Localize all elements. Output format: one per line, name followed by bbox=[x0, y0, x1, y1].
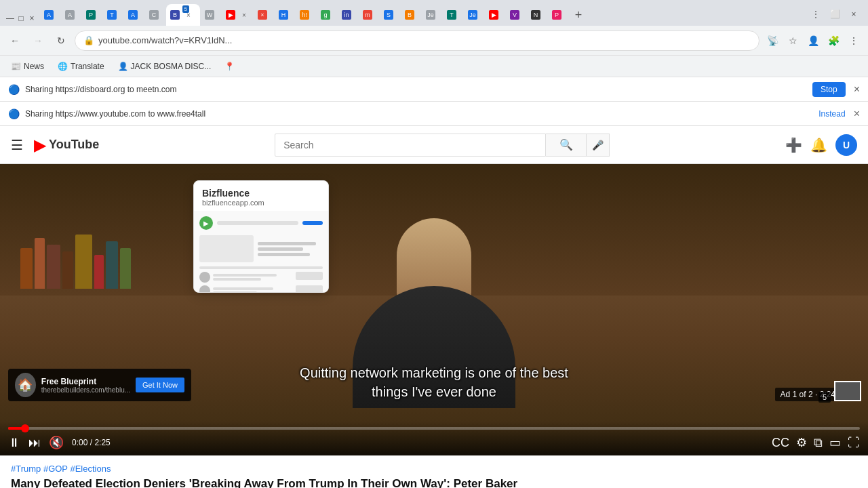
notification-bar-1: 🔵 Sharing https://disboard.org to meetn.… bbox=[0, 77, 868, 102]
fullscreen-button[interactable]: ⛶ bbox=[848, 436, 860, 450]
yt-create-button[interactable]: ➕ bbox=[785, 137, 802, 153]
forward-button[interactable]: → bbox=[28, 31, 47, 50]
theater-button[interactable]: ▭ bbox=[829, 435, 841, 450]
tab-4[interactable]: T bbox=[103, 4, 123, 26]
bookmarks-bar: 📰 News 🌐 Translate 👤 JACK BOSMA DISC... … bbox=[0, 56, 868, 77]
ad-get-it-now-button[interactable]: Get It Now bbox=[136, 378, 184, 392]
bookmark-jack-bosma[interactable]: 👤 JACK BOSMA DISC... bbox=[113, 60, 217, 73]
notif-icon-2: 🔵 bbox=[8, 108, 20, 119]
tab-counter-badge: 5 bbox=[818, 392, 831, 403]
notif-dismiss-2[interactable]: × bbox=[854, 108, 860, 120]
jack-icon: 👤 bbox=[118, 62, 128, 71]
yt-menu-button[interactable]: ☰ bbox=[11, 137, 23, 153]
person-silhouette bbox=[346, 218, 522, 394]
restore-button[interactable]: ⬜ bbox=[826, 5, 844, 23]
menu-button[interactable]: ⋮ bbox=[845, 32, 863, 49]
tab-24[interactable]: P bbox=[548, 4, 568, 26]
bookmark-location[interactable]: 📍 bbox=[219, 60, 240, 73]
tab-11[interactable]: H bbox=[275, 4, 295, 26]
window-close-button[interactable]: × bbox=[845, 5, 863, 23]
ctrl-right: CC ⚙ ⧉ ▭ ⛶ bbox=[772, 435, 860, 450]
ad-overlay: 🏠 Free Blueprint therebelbuilders.com/th… bbox=[8, 369, 191, 401]
yt-search-input[interactable] bbox=[275, 134, 546, 157]
ad-counter: Ad 1 of 2 · 2:24 bbox=[775, 388, 841, 401]
yt-search-button[interactable]: 🔍 bbox=[546, 134, 587, 157]
current-time: 0:00 bbox=[72, 438, 87, 447]
notif-text-2: Sharing https://www.youtube.com to www.f… bbox=[25, 109, 813, 119]
tab-12[interactable]: h! bbox=[296, 4, 316, 26]
yt-avatar[interactable]: U bbox=[835, 134, 857, 156]
profile-button[interactable]: 👤 bbox=[804, 32, 822, 49]
back-button[interactable]: ← bbox=[5, 31, 24, 50]
url-bar[interactable]: 🔒 youtube.com/watch?v=KRV1ldN... bbox=[75, 30, 760, 51]
tab-controls: ⋮ ⬜ × bbox=[807, 5, 863, 23]
bookmark-translate-label: Translate bbox=[71, 62, 104, 71]
tab-23[interactable]: N bbox=[527, 4, 547, 26]
tab-10[interactable]: × bbox=[254, 4, 274, 26]
notification-bar-2: 🔵 Sharing https://www.youtube.com to www… bbox=[0, 102, 868, 126]
close-button[interactable]: × bbox=[27, 14, 37, 23]
tab-15[interactable]: m bbox=[359, 4, 379, 26]
location-icon: 📍 bbox=[224, 62, 235, 71]
notif-text-1: Sharing https://disboard.org to meetn.co… bbox=[25, 85, 807, 94]
tab-21[interactable]: ▶ bbox=[485, 4, 505, 26]
subtitles-button[interactable]: CC bbox=[772, 436, 789, 450]
new-tab-button[interactable]: + bbox=[569, 5, 588, 24]
tab-search-button[interactable]: ⋮ bbox=[807, 5, 825, 23]
play-pause-button[interactable]: ⏸ bbox=[8, 436, 20, 450]
tab-5[interactable]: A bbox=[124, 4, 144, 26]
tooltip-preview: ▶ bbox=[194, 211, 328, 292]
ad-info: Free Blueprint therebelbuilders.com/theb… bbox=[41, 377, 130, 394]
video-thumbnail-small[interactable] bbox=[834, 381, 861, 401]
tab-8[interactable]: W bbox=[201, 4, 221, 26]
extensions-button[interactable]: 🧩 bbox=[825, 32, 842, 49]
progress-bar[interactable] bbox=[8, 427, 860, 430]
mute-button[interactable]: 🔇 bbox=[49, 435, 64, 450]
tab-13[interactable]: g bbox=[317, 4, 337, 26]
video-container[interactable]: Quitting network marketing is one of the… bbox=[0, 164, 868, 455]
cast-button[interactable]: 📡 bbox=[764, 32, 781, 49]
browser-frame: — □ × A A P T A C B 5 × W bbox=[0, 0, 868, 488]
ad-thumbnail: 🏠 bbox=[15, 373, 36, 397]
address-bar: ← → ↻ 🔒 youtube.com/watch?v=KRV1ldN... 📡… bbox=[0, 26, 868, 56]
tab-6[interactable]: C bbox=[145, 4, 165, 26]
reload-button[interactable]: ↻ bbox=[52, 31, 71, 50]
notif-icon-1: 🔵 bbox=[8, 84, 20, 95]
next-button[interactable]: ⏭ bbox=[28, 436, 41, 450]
new-badge: 5 bbox=[182, 5, 189, 13]
yt-notifications-button[interactable]: 🔔 bbox=[810, 137, 827, 153]
tab-2[interactable]: A bbox=[61, 4, 81, 26]
bookmark-translate[interactable]: 🌐 Translate bbox=[52, 60, 110, 73]
controls-row: ⏸ ⏭ 🔇 0:00 / 2:25 CC ⚙ bbox=[8, 435, 860, 450]
bookmark-button[interactable]: ☆ bbox=[784, 32, 802, 49]
tab-19[interactable]: T bbox=[443, 4, 463, 26]
tab-1[interactable]: A bbox=[40, 4, 60, 26]
tab-18[interactable]: Je bbox=[422, 4, 442, 26]
tab-3[interactable]: P bbox=[82, 4, 102, 26]
tooltip-header: Bizfluence bizfluenceapp.com bbox=[194, 181, 328, 211]
tab-17[interactable]: B bbox=[401, 4, 421, 26]
tooltip-site-name: Bizfluence bbox=[202, 188, 320, 199]
notif-dismiss-1[interactable]: × bbox=[854, 83, 860, 96]
minimize-button[interactable]: — bbox=[5, 14, 15, 23]
maximize-button[interactable]: □ bbox=[16, 14, 26, 23]
miniplayer-button[interactable]: ⧉ bbox=[814, 436, 823, 450]
tab-yt[interactable]: ▶ × bbox=[222, 4, 253, 26]
tab-22[interactable]: V bbox=[506, 4, 526, 26]
video-tags[interactable]: #Trump #GOP #Elections bbox=[11, 464, 857, 474]
tab-20[interactable]: Je bbox=[464, 4, 484, 26]
notif-stop-button[interactable]: Stop bbox=[812, 82, 846, 97]
yt-header: ☰ ▶ YouTube 🔍 🎤 ➕ 🔔 U bbox=[0, 126, 868, 164]
settings-button[interactable]: ⚙ bbox=[796, 435, 807, 450]
voice-search-button[interactable]: 🎤 bbox=[587, 134, 610, 157]
yt-logo: ▶ YouTube bbox=[34, 136, 99, 155]
tab-14[interactable]: in bbox=[338, 4, 358, 26]
tab-close-yt[interactable]: × bbox=[239, 10, 249, 20]
bookmark-news[interactable]: 📰 News bbox=[5, 60, 50, 73]
youtube-page: ☰ ▶ YouTube 🔍 🎤 ➕ 🔔 U bbox=[0, 126, 868, 488]
ad-title: Free Blueprint bbox=[41, 377, 130, 386]
tab-16[interactable]: S bbox=[380, 4, 400, 26]
notif-instead-link[interactable]: Instead bbox=[818, 109, 845, 119]
yt-main: Quitting network marketing is one of the… bbox=[0, 164, 868, 488]
tab-bizfluence[interactable]: B 5 × bbox=[166, 4, 200, 26]
